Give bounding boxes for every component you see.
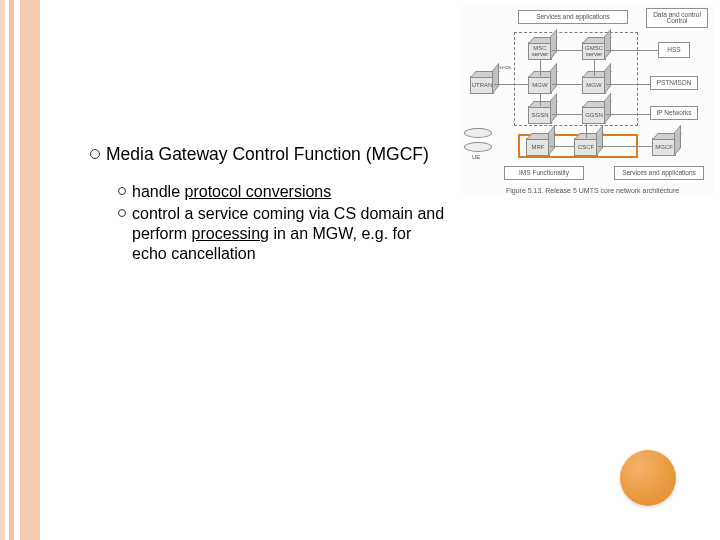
- sub-bullet-2-text: control a service coming via CS domain a…: [132, 204, 450, 264]
- dia-cscf-cube: CSCF: [574, 138, 598, 156]
- dia-mgcf-cube: MGCF: [652, 138, 676, 156]
- dia-line: [606, 114, 650, 115]
- dia-ue-label: UE: [472, 154, 480, 160]
- dia-ims-box: IMS Functionality: [504, 166, 584, 180]
- bullet-icon: [118, 187, 126, 195]
- dia-caption: Figure 5.13. Release 5 UMTS core network…: [506, 187, 679, 194]
- dia-sgsn-cube: SGSN: [528, 106, 552, 124]
- dia-pstn-box: PSTN/ISDN: [650, 76, 698, 90]
- dia-line: [552, 114, 582, 115]
- dia-mrf-cube: MRF: [526, 138, 550, 156]
- dia-svc-box: Services and applications: [614, 166, 704, 180]
- dia-line: [550, 146, 574, 147]
- dia-line: [606, 84, 650, 85]
- dia-mgw2-cube: MGW: [582, 76, 606, 94]
- dia-hss-box: HSS: [658, 42, 690, 58]
- dia-control-box: Data and control Control: [646, 8, 708, 28]
- dia-ue-ellipse-1: [464, 128, 492, 138]
- dia-line: [606, 50, 658, 51]
- dia-ue-ellipse-2: [464, 142, 492, 152]
- dia-line: [552, 50, 582, 51]
- dia-services-box: Services and applications: [518, 10, 628, 24]
- dia-utran-cube: UTRAN: [470, 76, 494, 94]
- main-bullet-text: Media Gateway Control Function (MGCF): [106, 144, 429, 166]
- bullet-icon: [118, 209, 126, 217]
- text-fragment: handle: [132, 183, 185, 200]
- dia-ggsn-cube: GGSN: [582, 106, 606, 124]
- architecture-diagram: Services and applications Data and contr…: [460, 6, 714, 196]
- underlined-text: protocol conversions: [185, 183, 332, 200]
- sub-bullet-2: control a service coming via CS domain a…: [118, 204, 450, 264]
- sub-bullet-list: handle protocol conversions control a se…: [118, 182, 450, 264]
- dia-iucs-label: Iu-cs: [498, 64, 511, 70]
- dia-line: [598, 146, 652, 147]
- dia-line: [594, 60, 595, 76]
- slide-root: Media Gateway Control Function (MGCF) ha…: [0, 0, 720, 540]
- dia-ipnetworks-box: IP Networks: [650, 106, 698, 120]
- underlined-text: processing: [192, 225, 269, 242]
- sub-bullet-1-text: handle protocol conversions: [132, 182, 331, 202]
- dia-msc-cube: MSC server: [528, 42, 552, 60]
- dia-line: [552, 84, 582, 85]
- accent-circle: [620, 450, 676, 506]
- main-bullet: Media Gateway Control Function (MGCF): [90, 144, 450, 166]
- content-area: Media Gateway Control Function (MGCF) ha…: [90, 144, 450, 266]
- bullet-icon: [90, 149, 100, 159]
- dia-line: [540, 60, 541, 76]
- left-accent-stripes: [0, 0, 42, 540]
- sub-bullet-1: handle protocol conversions: [118, 182, 450, 202]
- dia-line: [540, 94, 541, 106]
- dia-line: [586, 124, 587, 138]
- dia-mgw1-cube: MGW: [528, 76, 552, 94]
- dia-line: [494, 84, 528, 85]
- dia-gmsc-cube: GMSC server: [582, 42, 606, 60]
